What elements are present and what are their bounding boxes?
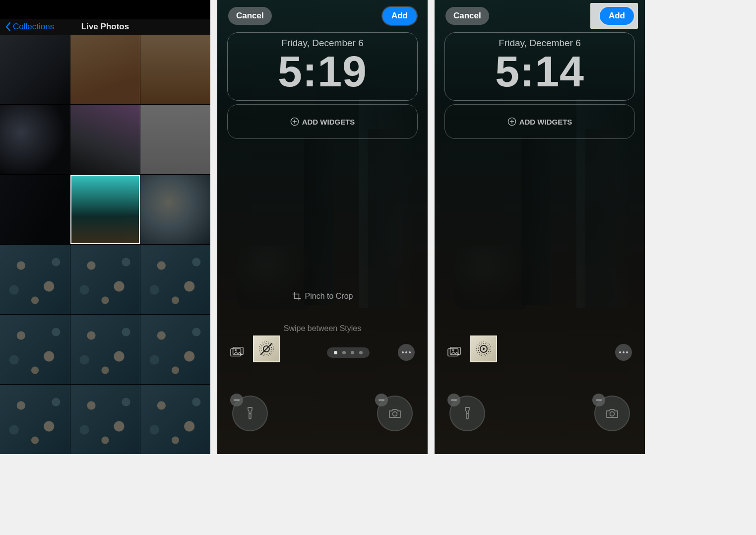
picker-nav-bar: Collections Live Photos — [0, 19, 210, 35]
flashlight-icon — [460, 406, 475, 421]
plus-circle-icon — [290, 117, 299, 126]
photo-thumbnail[interactable] — [0, 245, 70, 314]
photo-thumbnail[interactable] — [140, 35, 210, 104]
live-photo-on-icon[interactable] — [476, 341, 492, 357]
live-photo-toggle-highlight — [470, 335, 497, 362]
photo-thumbnail[interactable] — [70, 245, 140, 314]
lockscreen-editor-screen-final: Cancel Add Friday, December 6 5:14 ADD W… — [435, 0, 645, 454]
page-dot — [334, 351, 337, 354]
photo-grid[interactable] — [0, 35, 210, 454]
photo-thumbnail[interactable] — [70, 35, 140, 104]
remove-badge-icon[interactable] — [230, 394, 243, 406]
date-time-widget-frame[interactable]: Friday, December 6 5:19 — [227, 32, 418, 101]
photo-thumbnail[interactable] — [140, 385, 210, 454]
photo-thumbnail[interactable] — [140, 105, 210, 174]
more-options-button[interactable] — [398, 344, 415, 361]
cancel-button[interactable]: Cancel — [228, 7, 272, 25]
photo-thumbnail[interactable] — [70, 105, 140, 174]
plus-circle-icon — [507, 117, 516, 126]
choose-photo-button[interactable] — [230, 346, 244, 358]
add-widgets-label: ADD WIDGETS — [519, 118, 572, 126]
flashlight-quick-action[interactable] — [449, 396, 485, 431]
status-bar-area — [0, 0, 210, 19]
add-button[interactable]: Add — [600, 7, 634, 25]
back-label: Collections — [13, 22, 54, 32]
svg-point-8 — [250, 413, 251, 414]
remove-badge-icon[interactable] — [592, 394, 605, 406]
photo-thumbnail[interactable] — [0, 385, 70, 454]
add-widgets-row[interactable]: ADD WIDGETS — [227, 104, 418, 139]
camera-quick-action[interactable] — [594, 396, 630, 431]
svg-line-7 — [261, 343, 272, 354]
flashlight-quick-action[interactable] — [232, 396, 268, 431]
remove-badge-icon[interactable] — [375, 394, 388, 406]
lockscreen-time: 5:19 — [228, 50, 417, 93]
camera-quick-action[interactable] — [377, 396, 413, 431]
camera-icon — [387, 406, 402, 421]
page-dot — [359, 351, 363, 354]
photo-thumbnail[interactable] — [0, 35, 70, 104]
back-to-collections-button[interactable]: Collections — [5, 22, 54, 32]
photo-thumbnail[interactable] — [140, 245, 210, 314]
photo-thumbnail[interactable] — [0, 105, 70, 174]
flashlight-icon — [243, 406, 257, 421]
svg-point-18 — [610, 412, 615, 416]
add-widgets-row[interactable]: ADD WIDGETS — [444, 104, 635, 139]
photo-thumbnail[interactable] — [0, 175, 70, 244]
photo-thumbnail[interactable] — [70, 385, 140, 454]
add-widgets-label: ADD WIDGETS — [302, 118, 355, 126]
photo-thumbnail[interactable] — [0, 315, 70, 384]
lockscreen-time: 5:14 — [445, 50, 634, 93]
photo-thumbnail[interactable] — [70, 315, 140, 384]
swipe-styles-hint: Swipe between Styles — [217, 324, 428, 333]
crop-icon — [292, 292, 301, 301]
chevron-left-icon — [5, 22, 11, 32]
live-photo-toggle-highlight — [253, 335, 280, 362]
remove-badge-icon[interactable] — [447, 394, 460, 406]
camera-icon — [605, 406, 620, 421]
choose-photo-button[interactable] — [447, 346, 461, 358]
add-button[interactable]: Add — [382, 7, 417, 25]
photo-thumbnail[interactable] — [140, 175, 210, 244]
page-dot — [342, 351, 346, 354]
more-options-button[interactable] — [615, 344, 632, 361]
svg-point-9 — [393, 412, 397, 416]
photo-thumbnail-selected[interactable] — [70, 175, 140, 244]
lockscreen-editor-screen: Cancel Add Friday, December 6 5:19 ADD W… — [217, 0, 428, 454]
live-photo-off-icon[interactable] — [258, 341, 274, 357]
photo-thumbnail[interactable] — [140, 315, 210, 384]
photo-picker-screen: Collections Live Photos — [0, 0, 210, 454]
page-dot — [351, 351, 354, 354]
svg-point-13 — [452, 349, 454, 351]
pinch-to-crop-hint: Pinch to Crop — [217, 292, 428, 301]
svg-point-3 — [235, 349, 237, 351]
style-page-indicator[interactable] — [327, 347, 370, 358]
svg-point-17 — [467, 413, 468, 414]
cancel-button[interactable]: Cancel — [445, 7, 489, 25]
date-time-widget-frame[interactable]: Friday, December 6 5:14 — [444, 32, 635, 101]
